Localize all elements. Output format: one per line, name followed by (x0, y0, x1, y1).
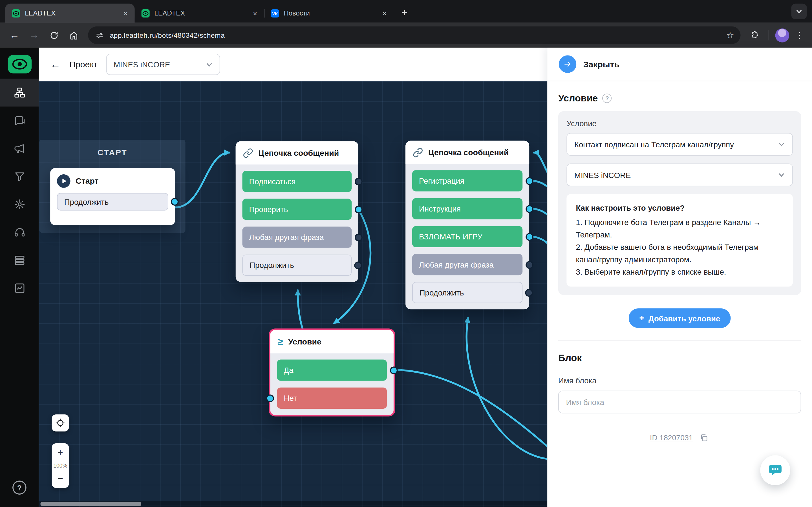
connector-dot[interactable] (525, 261, 534, 269)
tab-close-icon[interactable]: × (250, 8, 260, 18)
node-condition[interactable]: ≥ Условие Да Нет (269, 328, 395, 416)
center-view-button[interactable] (52, 414, 69, 432)
bookmark-star-icon[interactable]: ☆ (723, 28, 737, 42)
node-button-label: Проверить (249, 205, 288, 214)
address-bar[interactable]: app.leadteh.ru/bots/480342/schema ☆ (88, 26, 741, 44)
block-name-label: Имя блока (558, 376, 801, 385)
connector-dot[interactable] (266, 394, 274, 402)
sidebar-item-funnels[interactable] (0, 163, 39, 190)
sidebar-item-settings[interactable] (0, 190, 39, 218)
node-title: Цепочка сообщений (259, 148, 339, 158)
browser-tab-strip: LEADTEX × LEADTEX × VK Новости × + (0, 0, 812, 23)
block-name-input[interactable] (558, 391, 801, 413)
scrollbar-thumb[interactable] (40, 502, 141, 506)
node-button-continue[interactable]: Продолжить (243, 255, 352, 276)
copy-icon[interactable] (698, 432, 709, 443)
sidebar-item-broadcasts[interactable] (0, 135, 39, 163)
condition-help-box: Как настроить это условие? 1. Подключите… (566, 194, 793, 287)
connector-dot[interactable] (355, 177, 363, 185)
tab-title: Новости (284, 9, 375, 17)
app-main: ← Проект MINES iNCORE (39, 48, 812, 507)
tab-title: LEADTEX (154, 9, 245, 17)
node-button-any-phrase[interactable]: Любая другая фраза (243, 226, 352, 247)
node-button-no[interactable]: Нет (277, 388, 387, 409)
flow-canvas[interactable]: СТАРТ Старт Продолжить (39, 81, 548, 507)
app-shell: ? ← Проект MINES iNCORE (0, 48, 812, 507)
connector-dot[interactable] (390, 366, 398, 374)
browser-tab-2[interactable]: LEADTEX × (135, 4, 264, 23)
settings-panel: Закрыть Условие ? Условие Контакт подпис… (547, 48, 812, 507)
node-message-chain-2[interactable]: Цепочка сообщений Регистрация Инструкция (405, 141, 529, 309)
tab-close-icon[interactable]: × (121, 8, 131, 18)
browser-tab-3[interactable]: VK Новости × (264, 4, 394, 23)
connector-dot[interactable] (355, 233, 363, 241)
condition-icon: ≥ (277, 336, 283, 347)
url-text[interactable]: app.leadteh.ru/bots/480342/schema (110, 31, 717, 39)
extensions-puzzle-icon[interactable] (746, 26, 764, 45)
sidebar-item-dialogs[interactable] (0, 107, 39, 134)
help-icon[interactable]: ? (12, 481, 27, 495)
browser-tab-1[interactable]: LEADTEX × (5, 4, 135, 23)
node-message-chain-1[interactable]: Цепочка сообщений Подписаться Проверить … (236, 141, 358, 282)
connector-dot[interactable] (525, 177, 534, 185)
new-tab-button[interactable]: + (397, 5, 412, 20)
project-select[interactable]: MINES iNCORE (106, 54, 220, 75)
node-button-label: Инструкция (419, 205, 461, 213)
zoom-out-button[interactable]: − (52, 471, 69, 486)
node-button-any-phrase[interactable]: Любая другая фраза (412, 254, 522, 275)
condition-card: Условие Контакт подписан на Телеграм кан… (558, 111, 801, 295)
node-start[interactable]: Старт Продолжить (50, 168, 175, 225)
node-button-label: Продолжить (419, 288, 464, 297)
node-button-yes[interactable]: Да (277, 360, 387, 381)
zoom-control: + 100% − (52, 443, 69, 488)
node-button-hack-game[interactable]: ВЗЛОМАТЬ ИГРУ (412, 226, 522, 247)
connector-dot[interactable] (171, 198, 179, 206)
node-button-label: Любая другая фраза (249, 233, 324, 242)
tab-close-icon[interactable]: × (379, 8, 389, 18)
horizontal-scrollbar[interactable] (39, 501, 548, 507)
chain-link-icon (413, 147, 423, 158)
site-settings-icon[interactable] (95, 31, 104, 40)
support-chat-button[interactable] (760, 455, 790, 485)
node-button-continue[interactable]: Продолжить (412, 282, 522, 303)
node-button-instruction[interactable]: Инструкция (412, 198, 522, 219)
connector-dot[interactable] (525, 233, 534, 241)
section-title-text: Условие (558, 93, 598, 104)
node-button-label: Любая другая фраза (419, 260, 494, 269)
leadtex-logo[interactable] (8, 55, 31, 73)
home-icon[interactable] (64, 26, 83, 45)
project-label: Проект (69, 59, 98, 69)
connector-dot[interactable] (525, 289, 533, 297)
node-button-label: Подписаться (249, 177, 296, 186)
add-condition-button[interactable]: + Добавить условие (629, 308, 730, 328)
node-button-check[interactable]: Проверить (243, 199, 352, 220)
question-mark-icon[interactable]: ? (603, 94, 612, 103)
svg-text:VK: VK (272, 11, 278, 16)
close-panel-button[interactable] (559, 55, 576, 73)
connector-dot[interactable] (355, 205, 363, 213)
tab-search-chevron-icon[interactable] (792, 4, 807, 19)
sidebar-item-support[interactable] (0, 218, 39, 246)
condition-type-select[interactable]: Контакт подписан на Телеграм канал/групп… (566, 133, 793, 156)
profile-avatar[interactable] (775, 28, 790, 42)
condition-section-title: Условие ? (558, 93, 801, 104)
connector-dot[interactable] (354, 262, 362, 269)
node-button-continue[interactable]: Продолжить (57, 193, 168, 210)
connector-dot[interactable] (525, 205, 534, 213)
node-button-registration[interactable]: Регистрация (412, 170, 522, 191)
sidebar-item-schema[interactable] (0, 78, 39, 107)
channel-select[interactable]: MINES iNCORE (566, 163, 793, 186)
leadtex-favicon-icon (141, 9, 149, 17)
zoom-in-button[interactable]: + (52, 445, 69, 460)
reload-icon[interactable] (45, 26, 63, 45)
start-group-title: СТАРТ (40, 140, 186, 157)
sidebar-item-analytics[interactable] (0, 274, 39, 302)
browser-menu-icon[interactable]: ⋮ (792, 30, 807, 41)
node-button-label: ВЗЛОМАТЬ ИГРУ (419, 232, 483, 241)
back-icon[interactable]: ← (5, 26, 24, 45)
sidebar-item-minilanding[interactable] (0, 246, 39, 274)
forward-icon[interactable]: → (25, 26, 43, 45)
project-back-icon[interactable]: ← (50, 59, 61, 70)
node-button-subscribe[interactable]: Подписаться (243, 171, 352, 192)
block-id-link[interactable]: ID 18207031 (650, 434, 693, 442)
